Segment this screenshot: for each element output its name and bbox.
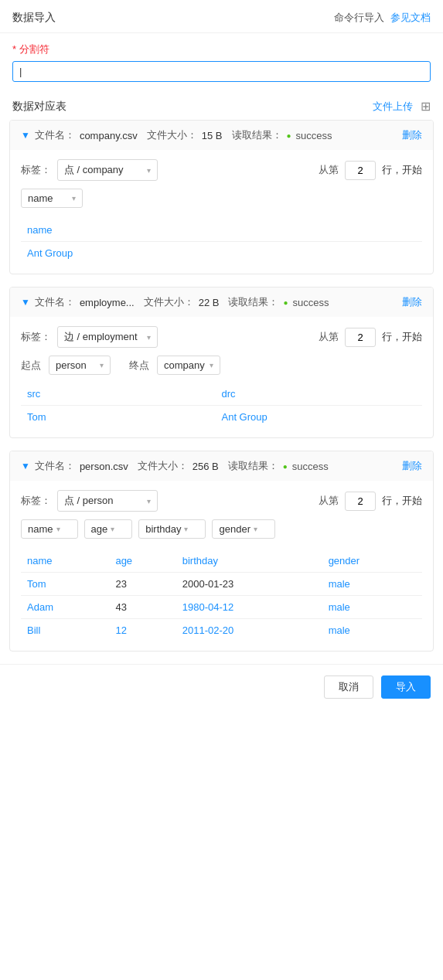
doc-link[interactable]: 参见文档 bbox=[390, 11, 431, 25]
page-header: 数据导入 命令行导入 参见文档 bbox=[0, 0, 443, 33]
person-tag-row: 标签： 点 / person ▾ 从第 行，开始 bbox=[21, 490, 422, 512]
company-row-unit: 行，开始 bbox=[382, 163, 422, 177]
chevron-down-icon: ▾ bbox=[142, 166, 151, 175]
chevron-down-icon: ▾ bbox=[184, 525, 188, 533]
employment-tag-select[interactable]: 边 / employment ▾ bbox=[57, 326, 158, 348]
pd-tom-age: 23 bbox=[109, 573, 175, 596]
cancel-button[interactable]: 取消 bbox=[324, 675, 373, 699]
chevron-employment[interactable]: ▼ bbox=[21, 297, 30, 308]
dst-select[interactable]: company ▾ bbox=[157, 356, 220, 375]
delete-person[interactable]: 删除 bbox=[402, 459, 422, 473]
mapping-title: 数据对应表 bbox=[12, 100, 66, 114]
read-result-label-person: 读取结果： bbox=[228, 459, 278, 473]
employment-tag-row: 标签： 边 / employment ▾ 从第 行，开始 bbox=[21, 326, 422, 348]
company-row-input[interactable] bbox=[345, 161, 376, 180]
col-select-name[interactable]: name ▾ bbox=[21, 519, 78, 539]
chevron-down-icon: ▾ bbox=[142, 497, 151, 505]
person-tag-select[interactable]: 点 / person ▾ bbox=[57, 490, 158, 512]
footer: 取消 导入 bbox=[0, 664, 443, 709]
employment-endpoint-row: 起点 person ▾ 终点 company ▾ bbox=[21, 356, 422, 375]
chevron-down-icon: ▾ bbox=[142, 333, 151, 342]
header-right: 命令行导入 参见文档 bbox=[334, 11, 431, 25]
chevron-down-icon: ▾ bbox=[67, 194, 76, 202]
file-name-label-employment: 文件名： bbox=[35, 295, 75, 309]
person-data-row-tom: Tom 23 2000-01-23 male bbox=[21, 573, 422, 596]
file-name-company: company.csv bbox=[80, 130, 138, 141]
file-size-label-employment: 文件大小： bbox=[144, 295, 194, 309]
company-from-label: 从第 bbox=[319, 163, 339, 177]
col-select-age[interactable]: age ▾ bbox=[84, 519, 133, 539]
import-button[interactable]: 导入 bbox=[381, 675, 431, 699]
person-preview-wrapper: name age birthday gender Tom 23 2000-01-… bbox=[21, 546, 422, 641]
file-name-label-company: 文件名： bbox=[35, 128, 75, 142]
col-select-gender[interactable]: gender ▾ bbox=[212, 519, 274, 539]
person-col-select-row: name ▾ age ▾ birthday ▾ gender ▾ bbox=[21, 519, 422, 539]
pd-bill-birthday: 2011-02-20 bbox=[176, 619, 322, 642]
person-row-unit: 行，开始 bbox=[382, 494, 422, 508]
delete-company[interactable]: 删除 bbox=[402, 128, 422, 142]
success-dot-company: ● bbox=[287, 131, 291, 140]
chevron-company[interactable]: ▼ bbox=[21, 130, 30, 141]
chevron-person[interactable]: ▼ bbox=[21, 461, 30, 471]
pd-tom-gender: male bbox=[322, 573, 422, 596]
company-preview-scroll[interactable]: name Ant Group bbox=[21, 216, 422, 264]
file-size-company: 15 B bbox=[202, 130, 223, 141]
chevron-down-icon: ▾ bbox=[56, 525, 60, 533]
ph-birthday: birthday bbox=[176, 550, 322, 573]
pd-adam-gender: male bbox=[322, 596, 422, 619]
read-result-label-company: 读取结果： bbox=[232, 128, 282, 142]
company-col-select-name[interactable]: name ▾ bbox=[21, 189, 83, 208]
pd-adam-name: Adam bbox=[21, 596, 109, 619]
file-header-employment: ▼ 文件名： employme... 文件大小： 22 B 读取结果： ● su… bbox=[10, 288, 433, 317]
expand-icon[interactable]: ⊞ bbox=[421, 99, 431, 114]
person-from-label: 从第 bbox=[319, 494, 339, 508]
person-preview-table: name age birthday gender Tom 23 2000-01-… bbox=[21, 550, 422, 641]
company-tag-label: 标签： bbox=[21, 163, 51, 177]
company-preview-table: name Ant Group bbox=[21, 219, 422, 264]
chevron-down-icon: ▾ bbox=[254, 525, 257, 533]
col-drc-header: drc bbox=[222, 388, 417, 400]
val-tom: Tom bbox=[27, 411, 222, 423]
employment-from-label: 从第 bbox=[319, 330, 339, 344]
file-body-person: 标签： 点 / person ▾ 从第 行，开始 name ▾ age ▾ bi… bbox=[10, 481, 433, 651]
employment-data-row-1: Tom Ant Group bbox=[21, 406, 422, 428]
pd-adam-age: 43 bbox=[109, 596, 175, 619]
upload-link[interactable]: 文件上传 bbox=[373, 100, 413, 114]
success-text-person: success bbox=[292, 461, 329, 472]
employment-preview: src drc Tom Ant Group bbox=[21, 383, 422, 428]
src-select[interactable]: person ▾ bbox=[49, 356, 111, 375]
ph-age: age bbox=[109, 550, 175, 573]
company-data-row-1: Ant Group bbox=[21, 242, 422, 265]
company-tag-select[interactable]: 点 / company ▾ bbox=[57, 159, 158, 181]
company-header-row: name bbox=[21, 219, 422, 242]
person-preview-scroll[interactable]: name age birthday gender Tom 23 2000-01-… bbox=[21, 546, 422, 641]
delimiter-input[interactable] bbox=[12, 61, 431, 82]
company-col-selector-row: name ▾ bbox=[21, 189, 422, 208]
val-antgroup-emp: Ant Group bbox=[222, 411, 417, 423]
file-size-employment: 22 B bbox=[199, 297, 220, 308]
pd-adam-birthday: 1980-04-12 bbox=[176, 596, 322, 619]
file-name-label-person: 文件名： bbox=[35, 459, 75, 473]
file-header-person: ▼ 文件名： person.csv 文件大小： 256 B 读取结果： ● su… bbox=[10, 451, 433, 481]
employment-row-input[interactable] bbox=[345, 328, 376, 347]
pd-bill-gender: male bbox=[322, 619, 422, 642]
src-label: 起点 bbox=[21, 359, 43, 373]
read-result-label-employment: 读取结果： bbox=[228, 295, 278, 309]
file-card-employment: ▼ 文件名： employme... 文件大小： 22 B 读取结果： ● su… bbox=[9, 287, 434, 438]
file-size-label-company: 文件大小： bbox=[147, 128, 197, 142]
cmd-import-label: 命令行导入 bbox=[334, 11, 384, 25]
person-row-input[interactable] bbox=[345, 492, 376, 511]
pd-tom-name: Tom bbox=[21, 573, 109, 596]
dst-label: 终点 bbox=[129, 359, 151, 373]
table-actions: 文件上传 ⊞ bbox=[373, 99, 431, 114]
chevron-down-icon: ▾ bbox=[205, 361, 213, 369]
file-name-employment: employme... bbox=[80, 297, 135, 308]
ph-name: name bbox=[21, 550, 109, 573]
col-src-header: src bbox=[27, 388, 222, 400]
file-body-employment: 标签： 边 / employment ▾ 从第 行，开始 起点 person ▾… bbox=[10, 317, 433, 437]
success-text-company: success bbox=[296, 130, 332, 141]
col-select-birthday[interactable]: birthday ▾ bbox=[138, 519, 206, 539]
delete-employment[interactable]: 删除 bbox=[402, 295, 422, 309]
company-tag-row: 标签： 点 / company ▾ 从第 行，开始 bbox=[21, 159, 422, 181]
person-data-row-bill: Bill 12 2011-02-20 male bbox=[21, 619, 422, 642]
